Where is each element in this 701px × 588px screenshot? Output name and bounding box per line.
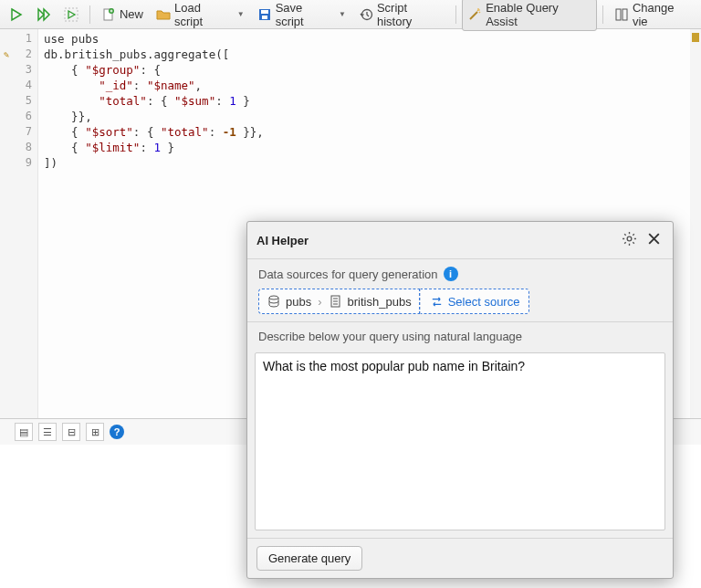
- ai-footer: Generate query: [247, 538, 673, 578]
- source-breadcrumb[interactable]: pubs › british_pubs: [258, 289, 420, 314]
- folder-icon: [156, 7, 171, 22]
- separator: [602, 5, 603, 24]
- svg-point-10: [269, 296, 278, 299]
- describe-label: Describe below your query using natural …: [247, 322, 673, 349]
- close-icon: [646, 231, 662, 247]
- source-row: pubs › british_pubs Select source: [258, 289, 662, 314]
- save-icon: [257, 7, 272, 22]
- help-icon[interactable]: ?: [110, 425, 124, 439]
- play-dotted-icon: [64, 7, 78, 22]
- collection-icon: [329, 294, 343, 309]
- history-icon: [359, 7, 373, 22]
- info-icon[interactable]: i: [444, 267, 458, 281]
- save-label: Save script: [276, 1, 333, 28]
- wand-icon: [467, 7, 482, 22]
- sources-label: Data sources for query generation: [258, 268, 438, 281]
- swap-icon: [430, 295, 444, 309]
- chevron-down-icon: ▼: [237, 10, 245, 18]
- close-button[interactable]: [644, 229, 664, 251]
- select-source-button[interactable]: Select source: [420, 289, 530, 314]
- chevron-right-icon: ›: [318, 295, 321, 309]
- svg-rect-4: [261, 10, 268, 14]
- view-mode-2-button[interactable]: ☰: [38, 423, 57, 441]
- separator: [455, 5, 456, 24]
- source-collection: british_pubs: [348, 295, 412, 309]
- svg-rect-8: [623, 9, 627, 20]
- select-source-label: Select source: [448, 295, 520, 309]
- load-label: Load script: [174, 1, 232, 28]
- ai-title: AI Helper: [256, 234, 614, 247]
- change-view-label: Change vie: [633, 1, 692, 28]
- run-button[interactable]: [4, 5, 29, 25]
- query-text: What is the most popular pub name in Bri…: [263, 359, 525, 373]
- new-file-icon: [101, 7, 116, 22]
- sources-label-row: Data sources for query generation i: [247, 259, 673, 287]
- query-textarea[interactable]: What is the most popular pub name in Bri…: [255, 352, 665, 530]
- minimap[interactable]: [690, 29, 701, 418]
- line-gutter: 123456789: [0, 29, 38, 418]
- source-db: pubs: [286, 295, 311, 309]
- new-script-button[interactable]: New: [96, 5, 149, 25]
- view-mode-4-button[interactable]: ⊞: [86, 423, 104, 441]
- settings-button[interactable]: [620, 229, 639, 251]
- gear-icon: [622, 231, 637, 247]
- separator: [89, 5, 90, 24]
- svg-rect-7: [616, 9, 621, 20]
- generate-query-button[interactable]: Generate query: [256, 546, 362, 571]
- columns-icon: [614, 7, 629, 22]
- query-assist-label: Enable Query Assist: [486, 1, 591, 28]
- play-all-icon: [37, 7, 51, 22]
- query-assist-toggle[interactable]: Enable Query Assist: [462, 0, 597, 31]
- top-toolbar: New Load script ▼ Save script ▼ Script h…: [0, 0, 701, 29]
- run-selection-button[interactable]: [58, 5, 84, 25]
- svg-point-9: [627, 236, 632, 241]
- script-history-button[interactable]: Script history: [353, 0, 450, 31]
- svg-rect-5: [262, 16, 267, 19]
- load-script-button[interactable]: Load script ▼: [151, 0, 250, 31]
- generate-label: Generate query: [268, 551, 350, 565]
- view-mode-1-button[interactable]: ▤: [15, 423, 33, 441]
- run-all-button[interactable]: [31, 5, 57, 25]
- chevron-down-icon: ▼: [339, 10, 346, 18]
- change-view-button[interactable]: Change vie: [609, 0, 697, 31]
- play-icon: [9, 7, 24, 22]
- database-icon: [267, 294, 281, 309]
- history-label: Script history: [377, 1, 445, 28]
- ai-header: AI Helper: [247, 222, 673, 259]
- new-label: New: [120, 7, 143, 21]
- save-script-button[interactable]: Save script ▼: [252, 0, 351, 31]
- ai-helper-panel: AI Helper Data sources for query generat…: [246, 221, 674, 579]
- view-mode-3-button[interactable]: ⊟: [62, 423, 80, 441]
